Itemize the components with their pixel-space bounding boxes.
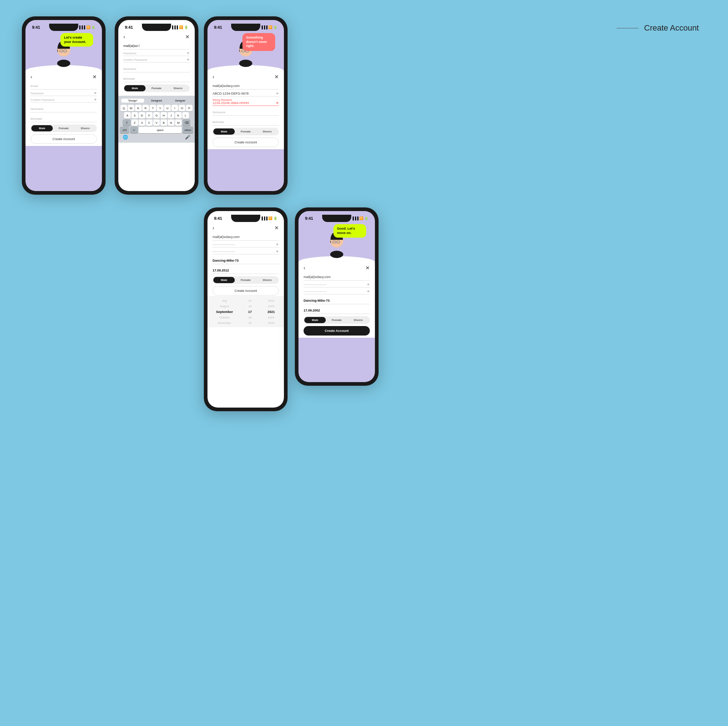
gender-divers-5[interactable]: Divers: [348, 317, 369, 323]
key-d[interactable]: D: [139, 112, 145, 119]
password-value-3: ABCD-1234-DEFG-5678: [213, 92, 249, 95]
key-o[interactable]: O: [179, 105, 185, 112]
gender-female-3[interactable]: Female: [235, 128, 256, 135]
back-arrow-1[interactable]: ‹: [31, 74, 32, 80]
key-w[interactable]: W: [128, 105, 134, 112]
eye-4b[interactable]: 👁: [276, 250, 279, 253]
key-k[interactable]: K: [175, 112, 182, 119]
gender-female-2[interactable]: Female: [145, 85, 167, 91]
eye-icon-3a[interactable]: 👁: [276, 92, 279, 95]
gender-male-5[interactable]: Male: [304, 317, 326, 323]
back-arrow-5[interactable]: ‹: [304, 265, 305, 271]
key-e[interactable]: E: [135, 105, 142, 112]
gender-divers-1[interactable]: Divers: [75, 125, 96, 131]
gender-selector-1: Male Female Divers: [31, 124, 97, 132]
year-picker[interactable]: 2019 2020 2021 2022 2023: [258, 298, 284, 326]
eye-5a[interactable]: 👁: [367, 283, 370, 286]
key-c[interactable]: C: [146, 119, 153, 126]
month-picker[interactable]: July August September October November: [208, 298, 241, 326]
key-g[interactable]: G: [153, 112, 160, 119]
phone-1: 9:41 ▐▐▐ 🛜 🔋: [22, 16, 106, 195]
key-f[interactable]: F: [146, 112, 153, 119]
close-4[interactable]: ✕: [274, 225, 279, 231]
key-123[interactable]: 123: [120, 127, 129, 133]
eye-5b[interactable]: 👁: [367, 290, 370, 293]
key-p[interactable]: P: [186, 105, 193, 112]
bubble-1-text: Let's create your Account.: [64, 36, 86, 44]
key-r[interactable]: R: [142, 105, 149, 112]
close-1[interactable]: ✕: [92, 74, 97, 80]
password-5: ··················: [304, 283, 327, 286]
nickname-4: Dancing-Mike-73: [213, 259, 239, 262]
back-arrow-2[interactable]: ‹: [123, 34, 125, 40]
gender-selector-4: Male Female Divers: [213, 276, 279, 284]
key-return[interactable]: return: [182, 127, 193, 133]
key-v[interactable]: V: [153, 119, 160, 126]
gender-selector-3: Male Female Divers: [213, 128, 279, 135]
gender-male-1[interactable]: Male: [31, 125, 53, 131]
suggestion-1[interactable]: "Design": [121, 99, 144, 102]
key-backspace[interactable]: ⌫: [182, 119, 190, 126]
nickname-field-1: Nickname: [31, 105, 97, 112]
confirm-4: ··················: [213, 250, 236, 253]
gender-divers-2[interactable]: Divers: [167, 85, 189, 91]
key-x[interactable]: X: [139, 119, 145, 126]
back-arrow-3[interactable]: ‹: [213, 74, 214, 80]
key-j[interactable]: J: [168, 112, 174, 119]
key-space[interactable]: space: [139, 127, 182, 133]
key-s[interactable]: S: [132, 112, 138, 119]
gender-divers-3[interactable]: Divers: [257, 128, 278, 135]
close-2[interactable]: ✕: [185, 34, 190, 40]
eye-icon-2b[interactable]: 👁: [187, 58, 190, 61]
key-h[interactable]: H: [161, 112, 167, 119]
status-icons-2: ▐▐▐ 🛜 🔋: [171, 26, 188, 29]
key-l[interactable]: L: [182, 112, 189, 119]
create-btn-1[interactable]: Create Account: [31, 134, 97, 144]
gender-divers-4[interactable]: Divers: [257, 277, 278, 283]
suggestion-3[interactable]: Designer: [169, 99, 192, 102]
key-t[interactable]: T: [150, 105, 156, 112]
gender-female-5[interactable]: Female: [326, 317, 347, 323]
svg-point-0: [57, 60, 70, 67]
create-btn-5[interactable]: Create Account: [304, 326, 370, 336]
keyboard-2[interactable]: "Design" Designed Designer Q W E R T Y U…: [118, 96, 195, 143]
close-3[interactable]: ✕: [274, 74, 279, 80]
back-arrow-4[interactable]: ‹: [213, 225, 214, 231]
svg-point-5: [239, 60, 252, 67]
gender-male-4[interactable]: Male: [213, 277, 235, 283]
key-emoji[interactable]: ☺: [130, 127, 138, 133]
eye-icon-2a[interactable]: 👁: [187, 52, 190, 55]
key-globe[interactable]: 🌐: [123, 135, 128, 140]
gender-male-3[interactable]: Male: [213, 128, 235, 135]
top-label-text: Create Account: [644, 23, 699, 33]
suggestion-2[interactable]: Designed: [145, 99, 168, 102]
key-q[interactable]: Q: [121, 105, 127, 112]
close-5[interactable]: ✕: [366, 265, 370, 271]
key-u[interactable]: U: [164, 105, 171, 112]
gender-female-4[interactable]: Female: [235, 277, 256, 283]
notch-2: [142, 24, 171, 31]
gender-selector-5: Male Female Divers: [304, 316, 370, 324]
key-a[interactable]: A: [124, 112, 131, 119]
gender-female-1[interactable]: Female: [53, 125, 74, 131]
eye-icon-3b[interactable]: 👁: [276, 101, 279, 105]
day-picker[interactable]: 15 16 17 18 19: [241, 298, 258, 326]
key-m[interactable]: M: [175, 119, 182, 126]
eye-icon-2[interactable]: 👁: [94, 98, 97, 101]
birthdate-5: 17.09.2002: [304, 309, 320, 312]
key-shift[interactable]: ⇧: [123, 119, 131, 126]
gender-male-2[interactable]: Male: [124, 85, 145, 91]
key-b[interactable]: B: [161, 119, 167, 126]
time-5: 9:41: [305, 216, 313, 220]
key-mic[interactable]: 🎤: [185, 135, 190, 140]
nickname-field-2: Nickname: [123, 65, 190, 72]
eye-4a[interactable]: 👁: [276, 243, 279, 246]
key-i[interactable]: I: [171, 105, 178, 112]
key-y[interactable]: Y: [157, 105, 164, 112]
create-btn-3[interactable]: Create Account: [213, 138, 279, 147]
create-btn-4[interactable]: Create Account: [213, 286, 279, 295]
eye-icon-1[interactable]: 👁: [94, 92, 97, 95]
key-n[interactable]: N: [168, 119, 174, 126]
key-z[interactable]: Z: [132, 119, 138, 126]
date-picker[interactable]: July August September October November 1…: [208, 296, 284, 327]
